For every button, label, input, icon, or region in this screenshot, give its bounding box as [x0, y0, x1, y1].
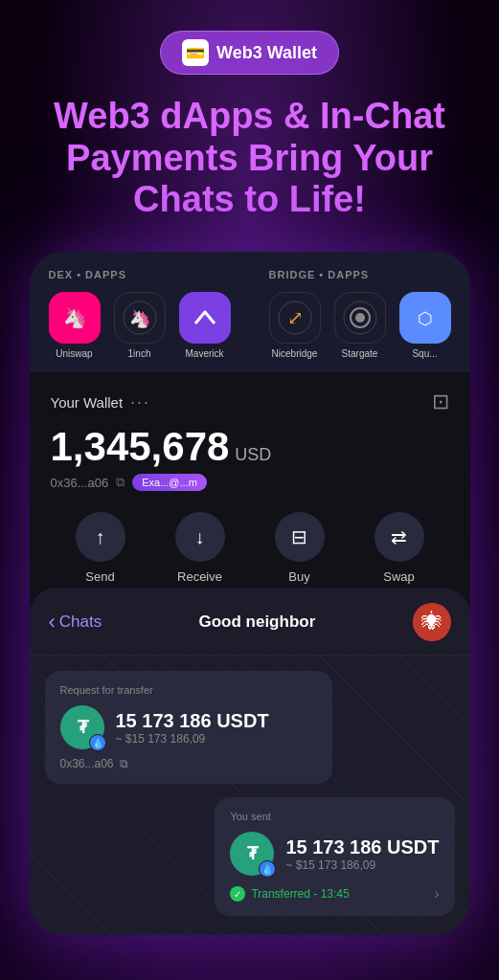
svg-point-9	[355, 313, 365, 323]
maverick-icon	[179, 292, 231, 344]
svg-text:⤢: ⤢	[286, 307, 303, 328]
dapp-maverick[interactable]: Maverick	[179, 292, 231, 359]
svg-text:🕷: 🕷	[421, 610, 442, 634]
stargate-icon	[334, 292, 386, 344]
dapp-1inch[interactable]: 🦄 1inch	[114, 292, 166, 359]
address-copy-icon[interactable]: ⧉	[120, 757, 128, 770]
sent-tether-chain-badge: 💧	[259, 860, 276, 878]
sent-sub-amount: ~ $15 173 186,09	[285, 858, 439, 872]
transferred-label: Transferred - 13:45	[251, 887, 349, 901]
swap-label: Swap	[383, 569, 415, 584]
wallet-actions: ↑ Send ↓ Receive ⊟ Buy ⇄ Swap	[51, 512, 449, 584]
transfer-request-card: Request for transfer ₮ 💧 15 173 186 USDT…	[45, 671, 332, 784]
tether-chain-badge: 💧	[89, 734, 106, 751]
chat-title: Good neighbor	[102, 612, 412, 632]
tether-icon: ₮ 💧	[60, 705, 104, 749]
buy-icon: ⊟	[275, 512, 325, 562]
uniswap-icon: 🦄	[49, 292, 101, 344]
web3-wallet-badge: 💳 Web3 Wallet	[160, 31, 339, 75]
dex-label: DEX • DAPPS	[49, 269, 231, 280]
hero-headline: Web3 dApps & In-Chat Payments Bring Your…	[0, 96, 499, 221]
sent-label: You sent	[230, 811, 439, 822]
dapp-uniswap[interactable]: 🦄 Uniswap	[49, 292, 101, 359]
transfer-address: 0x36...a06 ⧉	[60, 757, 317, 770]
uniswap-label: Uniswap	[56, 348, 92, 359]
transferred-status-badge: ✓ Transferred - 13:45	[230, 886, 349, 902]
wallet-amount: 1,345,678USD	[51, 424, 449, 470]
back-arrow-icon: ‹	[49, 610, 56, 635]
wallet-action-swap[interactable]: ⇄ Swap	[374, 512, 424, 584]
svg-text:🦄: 🦄	[129, 308, 151, 329]
buy-label: Buy	[288, 569, 309, 584]
chat-overlay: ‹ Chats Good neighbor 🕷 Request for	[30, 588, 470, 935]
receive-label: Receive	[177, 569, 222, 584]
wallet-action-buy[interactable]: ⊟ Buy	[275, 512, 325, 584]
sent-amount: 15 173 186 USDT	[285, 836, 439, 858]
dex-column: DEX • DAPPS 🦄 Uniswap	[49, 269, 231, 359]
maverick-label: Maverick	[185, 348, 223, 359]
bridge-column: BRIDGE • DAPPS ⤢ Nicebridge	[269, 269, 451, 359]
wallet-menu-icon[interactable]: ···	[130, 392, 150, 412]
chat-back-label: Chats	[59, 612, 102, 632]
svg-text:🦄: 🦄	[62, 306, 86, 329]
transfer-content: ₮ 💧 15 173 186 USDT ~ $15 173 186,09	[60, 705, 317, 749]
chat-back-button[interactable]: ‹ Chats	[49, 610, 102, 635]
nicebridge-icon: ⤢	[269, 292, 321, 344]
nicebridge-label: Nicebridge	[272, 348, 318, 359]
squ-icon: ⬡	[399, 292, 451, 344]
wallet-badge-icon: 💳	[182, 39, 209, 66]
wallet-header: Your Wallet ··· ⊡	[51, 390, 449, 414]
sent-amounts: 15 173 186 USDT ~ $15 173 186,09	[285, 836, 439, 872]
wallet-action-send[interactable]: ↑ Send	[76, 512, 125, 584]
chat-header: ‹ Chats Good neighbor 🕷	[30, 588, 470, 656]
svg-text:⬡: ⬡	[418, 309, 433, 328]
address-text: 0x36...a06	[60, 757, 114, 770]
chevron-right-icon[interactable]: ›	[434, 885, 439, 902]
wallet-address: 0x36...a06	[51, 476, 109, 490]
receive-icon: ↓	[175, 512, 225, 562]
check-icon: ✓	[230, 886, 245, 902]
transfer-amounts: 15 173 186 USDT ~ $15 173 186,09	[116, 710, 269, 746]
oneinch-icon: 🦄	[114, 292, 166, 344]
wallet-title-row: Your Wallet ···	[51, 392, 151, 412]
dapps-section: DEX • DAPPS 🦄 Uniswap	[30, 252, 470, 372]
stargate-label: Stargate	[342, 348, 378, 359]
wallet-title: Your Wallet	[51, 394, 124, 411]
phone-mockup: DEX • DAPPS 🦄 Uniswap	[30, 252, 470, 935]
address-badge[interactable]: Exa...@...m	[132, 474, 207, 491]
send-label: Send	[85, 569, 114, 584]
swap-icon: ⇄	[374, 512, 424, 562]
transferred-row: ✓ Transferred - 13:45 ›	[230, 885, 439, 902]
request-label: Request for transfer	[60, 684, 317, 696]
wallet-section: Your Wallet ··· ⊡ 1,345,678USD 0x36...a0…	[30, 372, 470, 607]
oneinch-label: 1inch	[128, 348, 151, 359]
wallet-address-row: 0x36...a06 ⧉ Exa...@...m	[51, 474, 449, 491]
bridge-label: BRIDGE • DAPPS	[269, 269, 451, 280]
sent-card[interactable]: You sent ₮ 💧 15 173 186 USDT ~ $15 173 1…	[215, 797, 454, 916]
sent-transfer-content: ₮ 💧 15 173 186 USDT ~ $15 173 186,09	[230, 832, 439, 876]
badge-label: Web3 Wallet	[216, 43, 317, 63]
chat-avatar[interactable]: 🕷	[413, 603, 451, 641]
transfer-sub-amount: ~ $15 173 186,09	[116, 732, 269, 746]
transfer-amount: 15 173 186 USDT	[116, 710, 269, 732]
squ-label: Squ...	[412, 348, 437, 359]
wallet-action-receive[interactable]: ↓ Receive	[175, 512, 225, 584]
send-icon: ↑	[76, 512, 125, 562]
dapp-squ[interactable]: ⬡ Squ...	[399, 292, 451, 359]
copy-icon[interactable]: ⧉	[116, 475, 125, 490]
bridge-icons-row: ⤢ Nicebridge Starg	[269, 292, 451, 359]
dapp-stargate[interactable]: Stargate	[334, 292, 386, 359]
dapp-nicebridge[interactable]: ⤢ Nicebridge	[269, 292, 321, 359]
dex-icons-row: 🦄 Uniswap 🦄 1inch	[49, 292, 231, 359]
svg-point-4	[188, 301, 222, 335]
chat-messages: Request for transfer ₮ 💧 15 173 186 USDT…	[30, 656, 470, 935]
sent-tether-icon: ₮ 💧	[230, 832, 274, 876]
scan-icon[interactable]: ⊡	[432, 390, 449, 414]
